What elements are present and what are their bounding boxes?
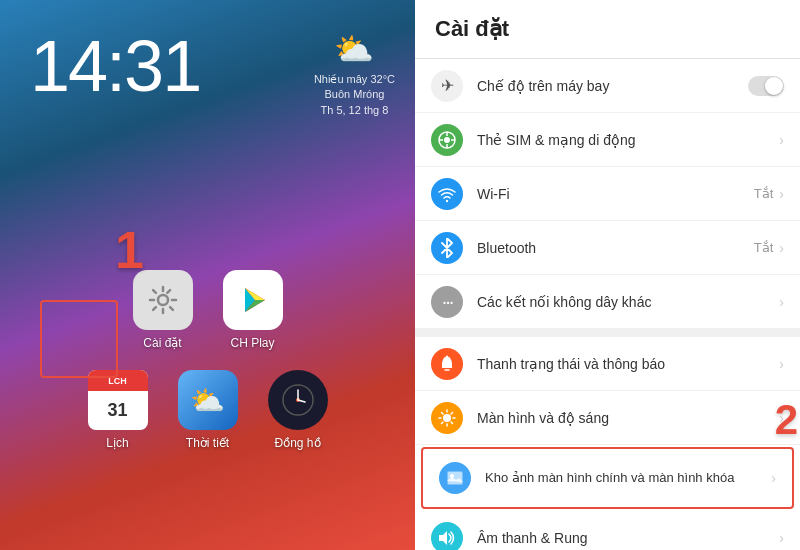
settings-panel: Cài đặt ✈ Chế độ trên máy bay Thẻ SIM & … <box>415 0 800 550</box>
wifi-chevron: › <box>779 186 784 202</box>
notification-icon <box>431 348 463 380</box>
settings-item-bluetooth[interactable]: Bluetooth Tắt › <box>415 221 800 275</box>
chplay-app-icon <box>223 270 283 330</box>
weather-app-label: Thời tiết <box>186 436 229 450</box>
settings-item-sim[interactable]: Thẻ SIM & mạng di động › <box>415 113 800 167</box>
app-settings[interactable]: Cài đặt <box>133 270 193 350</box>
settings-item-connections[interactable]: ··· Các kết nối không dây khác › <box>415 275 800 329</box>
svg-point-0 <box>158 295 168 305</box>
wifi-icon <box>431 178 463 210</box>
notification-chevron: › <box>779 356 784 372</box>
sound-icon <box>431 522 463 551</box>
settings-item-wifi[interactable]: Wi-Fi Tắt › <box>415 167 800 221</box>
settings-list: ✈ Chế độ trên máy bay Thẻ SIM & mạng di … <box>415 59 800 550</box>
svg-point-11 <box>444 137 450 143</box>
airplane-icon: ✈ <box>431 70 463 102</box>
wallpaper-label: Kho ảnh màn hình chính và màn hình khóa <box>485 470 771 487</box>
svg-line-26 <box>451 412 453 414</box>
app-clock[interactable]: Đồng hồ <box>268 370 328 450</box>
annotation-box-settings <box>40 300 118 378</box>
calendar-app-icon: LCH 31 <box>88 370 148 430</box>
bluetooth-value: Tắt <box>754 240 774 255</box>
annotation-number-2: 2 <box>775 396 798 444</box>
chplay-app-label: CH Play <box>230 336 274 350</box>
settings-item-airplane[interactable]: ✈ Chế độ trên máy bay <box>415 59 800 113</box>
notification-label: Thanh trạng thái và thông báo <box>477 356 779 372</box>
connections-icon: ··· <box>431 286 463 318</box>
settings-item-wallpaper[interactable]: Kho ảnh màn hình chính và màn hình khóa … <box>421 447 794 509</box>
airplane-label: Chế độ trên máy bay <box>477 78 748 94</box>
annotation-number-1: 1 <box>115 220 144 280</box>
settings-item-notification[interactable]: Thanh trạng thái và thông báo › <box>415 337 800 391</box>
settings-item-sound[interactable]: Âm thanh & Rung › <box>415 511 800 550</box>
bluetooth-icon <box>431 232 463 264</box>
settings-panel-wrapper: Cài đặt ✈ Chế độ trên máy bay Thẻ SIM & … <box>415 0 800 550</box>
wifi-label: Wi-Fi <box>477 186 754 202</box>
svg-rect-29 <box>448 472 462 484</box>
sim-icon <box>431 124 463 156</box>
clock-app-label: Đồng hồ <box>274 436 320 450</box>
display-label: Màn hình và độ sáng <box>477 410 779 426</box>
wallpaper-chevron: › <box>771 470 776 486</box>
connections-label: Các kết nối không dây khác <box>477 294 779 310</box>
svg-point-19 <box>443 414 451 422</box>
divider-1 <box>415 329 800 337</box>
sound-chevron: › <box>779 530 784 546</box>
bluetooth-label: Bluetooth <box>477 240 754 256</box>
app-chplay[interactable]: CH Play <box>223 270 283 350</box>
clock-time: 14:31 <box>30 30 200 102</box>
bluetooth-chevron: › <box>779 240 784 256</box>
settings-app-label: Cài đặt <box>143 336 181 350</box>
airplane-toggle[interactable] <box>748 76 784 96</box>
svg-point-18 <box>446 355 448 357</box>
svg-marker-31 <box>439 531 447 545</box>
clock-app-icon <box>268 370 328 430</box>
weather-widget: ⛅ Nhiều mây 32°C Buôn Mróng Th 5, 12 thg… <box>314 30 395 118</box>
weather-info: Nhiều mây 32°C Buôn Mróng Th 5, 12 thg 8 <box>314 72 395 118</box>
svg-line-24 <box>442 412 444 414</box>
svg-line-25 <box>451 422 453 424</box>
app-weather[interactable]: ⛅ Thời tiết <box>178 370 238 450</box>
display-icon <box>431 402 463 434</box>
weather-icon: ⛅ <box>314 30 395 68</box>
apps-row-2: LCH 31 Lịch ⛅ Thời tiết <box>20 370 395 450</box>
settings-title: Cài đặt <box>435 16 509 41</box>
sim-label: Thẻ SIM & mạng di động <box>477 132 779 148</box>
wallpaper-icon <box>439 462 471 494</box>
connections-chevron: › <box>779 294 784 310</box>
settings-header: Cài đặt <box>415 0 800 59</box>
homescreen-panel: 14:31 ⛅ Nhiều mây 32°C Buôn Mróng Th 5, … <box>0 0 415 550</box>
app-calendar[interactable]: LCH 31 Lịch <box>88 370 148 450</box>
sound-label: Âm thanh & Rung <box>477 530 779 546</box>
settings-item-display[interactable]: Màn hình và độ sáng › <box>415 391 800 445</box>
weather-app-icon: ⛅ <box>178 370 238 430</box>
wifi-value: Tắt <box>754 186 774 201</box>
calendar-app-label: Lịch <box>106 436 128 450</box>
svg-line-27 <box>442 422 444 424</box>
time-display: 14:31 <box>30 30 200 102</box>
svg-point-16 <box>446 199 448 201</box>
sim-chevron: › <box>779 132 784 148</box>
